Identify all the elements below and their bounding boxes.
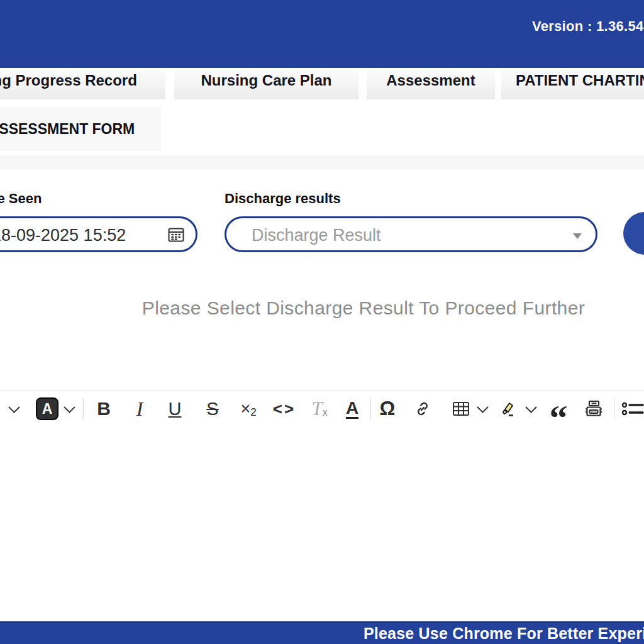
code-button[interactable]: <> — [270, 391, 298, 426]
tab-nursing-care-plan[interactable]: Nursing Care Plan — [174, 69, 358, 99]
discharge-result-dropdown[interactable]: Discharge Result — [225, 216, 597, 252]
print-button[interactable] — [580, 391, 608, 426]
remove-format-icon: T — [311, 397, 322, 420]
calendar-icon[interactable] — [167, 225, 186, 244]
table-icon — [452, 401, 470, 417]
date-seen-input[interactable]: 18-09-2025 15:52 — [0, 216, 197, 252]
block-quote-button[interactable]: “ — [545, 391, 572, 426]
insert-table-button[interactable] — [447, 391, 475, 426]
remove-format-button[interactable]: Tx — [306, 391, 333, 426]
special-characters-button[interactable]: Ω — [375, 391, 400, 426]
chevron-down-icon — [573, 233, 582, 239]
tab-assessment[interactable]: Assessment — [367, 69, 495, 99]
section-divider-strip — [0, 155, 644, 169]
subscript-icon: × — [240, 399, 250, 419]
underline-button[interactable]: U — [162, 391, 187, 426]
link-button[interactable] — [410, 391, 435, 426]
text-color-icon: A — [346, 399, 358, 419]
subtab-label: ASSESSMENT FORM — [0, 121, 135, 138]
underline-icon: U — [169, 399, 182, 419]
font-background-dropdown-chevron[interactable] — [60, 391, 78, 426]
strikethrough-icon: S — [206, 399, 218, 419]
discharge-results-label: Discharge results — [225, 191, 341, 207]
tab-nursing-progress-record[interactable]: Nursing Progress Record — [0, 69, 165, 99]
highlight-button[interactable] — [494, 391, 522, 426]
italic-icon: I — [136, 397, 143, 421]
bold-icon: B — [97, 398, 111, 419]
app-window: Version : 1.36.54k Nursing Progress Reco… — [0, 0, 644, 644]
bold-button[interactable]: B — [91, 391, 116, 426]
date-seen-label: Date Seen — [0, 191, 42, 207]
version-label: Version : 1.36.54k — [532, 18, 644, 35]
footer-bar: Please Use Chrome For Better Experience — [0, 621, 644, 644]
font-color-dropdown-chevron[interactable] — [5, 391, 23, 426]
font-background-color-icon: A — [36, 397, 58, 420]
editor-toolbar: A A B I U S ×2 <> Tx — [0, 391, 644, 427]
top-header-bar: Version : 1.36.54k — [0, 0, 644, 68]
italic-button[interactable]: I — [127, 391, 152, 426]
tab-label: Nursing Progress Record — [0, 72, 137, 99]
toolbar-separator — [83, 398, 84, 419]
omega-icon: Ω — [380, 397, 396, 420]
highlighter-icon — [499, 399, 518, 418]
chevron-down-icon — [8, 401, 19, 413]
discharge-result-placeholder: Discharge Result — [252, 226, 381, 245]
font-color-button[interactable]: A — [0, 391, 5, 426]
highlight-dropdown-chevron[interactable] — [522, 391, 540, 426]
toolbar-separator — [370, 398, 371, 419]
toolbar-separator — [614, 398, 614, 419]
bulleted-list-icon — [621, 401, 644, 417]
strikethrough-button[interactable]: S — [200, 391, 225, 426]
browser-notice: Please Use Chrome For Better Experience — [364, 625, 644, 643]
subscript-button[interactable]: ×2 — [234, 391, 263, 426]
subtab-assessment-form[interactable]: ASSESSMENT FORM — [0, 107, 161, 151]
tab-patient-charting[interactable]: PATIENT CHARTING — [501, 69, 644, 99]
date-seen-value: 18-09-2025 15:52 — [0, 226, 126, 245]
chevron-down-icon — [64, 401, 75, 413]
chevron-down-icon — [525, 401, 536, 413]
font-background-color-button[interactable]: A — [35, 391, 60, 426]
printer-icon — [584, 400, 603, 418]
code-icon: <> — [273, 399, 296, 419]
quote-icon: “ — [550, 396, 568, 421]
link-icon — [414, 401, 431, 417]
chevron-down-icon — [477, 401, 488, 413]
tab-label: PATIENT CHARTING — [516, 72, 644, 99]
bulleted-list-button[interactable] — [620, 391, 644, 426]
text-color-button[interactable]: A — [340, 391, 365, 426]
tab-label: Assessment — [386, 72, 475, 99]
table-dropdown-chevron[interactable] — [474, 391, 491, 426]
select-discharge-notice: Please Select Discharge Result To Procee… — [83, 297, 644, 319]
tab-label: Nursing Care Plan — [201, 72, 331, 99]
editor-content-area[interactable] — [0, 426, 644, 621]
proceed-button[interactable] — [623, 212, 644, 255]
